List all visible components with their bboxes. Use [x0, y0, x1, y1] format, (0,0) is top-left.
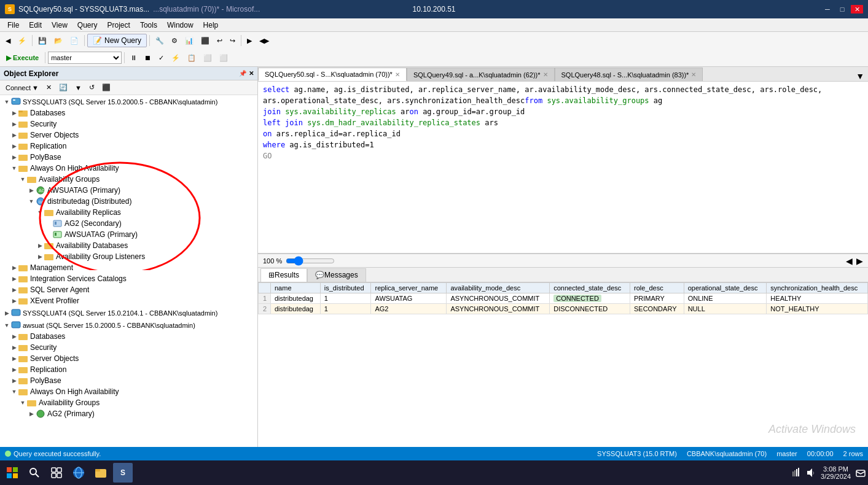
xevent-profiler-node[interactable]: ▶ XEvent Profiler [0, 295, 257, 306]
back-button[interactable]: ◀ [2, 34, 14, 47]
ie-taskbar-icon[interactable] [69, 463, 88, 483]
svg-line-40 [36, 474, 39, 477]
menu-file[interactable]: File [2, 20, 24, 31]
stop-btn[interactable]: ⏹ [141, 51, 154, 64]
menu-view[interactable]: View [47, 20, 72, 31]
results-tab[interactable]: ⊞ Results [260, 268, 307, 282]
filter-button[interactable]: ▼ [72, 81, 85, 95]
messages-tab[interactable]: 💬 Messages [307, 268, 366, 282]
management-node[interactable]: ▶ Management [0, 262, 257, 273]
format-btn-2[interactable]: ⬜ [216, 51, 231, 64]
svg-rect-8 [18, 166, 28, 172]
server-2[interactable]: ▶ SYSSQLUAT4 (SQL Server 15.0.2104.1 - C… [0, 308, 257, 319]
menu-window[interactable]: Window [162, 20, 198, 31]
forward-button[interactable]: ⚡ [15, 34, 29, 47]
tab-query49-close[interactable]: ✕ [543, 71, 548, 78]
toolbar-btn-4[interactable]: ⬛ [198, 34, 213, 47]
format-btn-1[interactable]: ⬜ [200, 51, 215, 64]
toolbar-btn-3[interactable]: 📊 [182, 34, 197, 47]
s3-always-on-node[interactable]: ▼ Always On High Availability [0, 386, 257, 397]
task-view-button[interactable] [47, 463, 66, 483]
search-button[interactable] [25, 463, 44, 483]
start-button[interactable] [2, 463, 22, 483]
close-button[interactable]: ✕ [851, 5, 863, 14]
execute-button[interactable]: ▶ Execute [2, 54, 42, 62]
server-1[interactable]: ▼ SYSSQLUAT3 (SQL Server 15.0.2000.5 - C… [0, 96, 257, 107]
toolbar-btn-5[interactable]: ↩ [214, 34, 225, 47]
minimize-button[interactable]: ─ [821, 5, 834, 14]
s3-replication-node[interactable]: ▶ Replication [0, 364, 257, 375]
file-explorer-icon [94, 466, 108, 479]
check-btn[interactable]: ✓ [155, 51, 167, 64]
ag2-primary-node[interactable]: ▶ AG2 (Primary) [0, 408, 257, 419]
tab-query48[interactable]: SQLQuery48.sql - S...K\sqluatadmin (83))… [555, 68, 703, 81]
toolbar-btn-7[interactable]: ▶ [244, 34, 255, 47]
ssms-taskbar-icon[interactable]: S [113, 463, 133, 483]
refresh-all-button[interactable]: ↺ [86, 81, 98, 95]
s3-security-node[interactable]: ▶ Security [0, 342, 257, 353]
tab-query49-label: SQLQuery49.sql - a...K\sqluatadmin (62))… [413, 71, 541, 79]
avail-databases-node[interactable]: ▶ Availability Databases [0, 240, 257, 251]
availability-groups-node[interactable]: ▼ Availability Groups [0, 174, 257, 185]
menu-help[interactable]: Help [198, 20, 224, 31]
menu-tools[interactable]: Tools [135, 20, 162, 31]
connect-button[interactable]: Connect ▼ [2, 81, 42, 95]
toolbar-btn-8[interactable]: ◀▶ [256, 34, 272, 47]
refresh-button[interactable]: 🔄 [56, 81, 71, 95]
polybase-label: PolyBase [30, 153, 61, 161]
awsuatag-primary-node[interactable]: ▶ AWSUATAG (Primary) [0, 229, 257, 240]
security-node[interactable]: ▶ Security [0, 118, 257, 130]
menu-bar: File Edit View Query Project Tools Windo… [0, 18, 868, 32]
awsuatag-node[interactable]: ▶ AG AWSUATAG (Primary) [0, 185, 257, 196]
maximize-button[interactable]: □ [836, 5, 848, 14]
disconnect-button[interactable]: ✕ [43, 81, 55, 95]
s3-polybase-node[interactable]: ▶ PolyBase [0, 375, 257, 386]
debug-btn[interactable]: ⏸ [127, 51, 140, 64]
separator-3 [149, 35, 150, 46]
toolbar-btn-2[interactable]: ⚙ [168, 34, 181, 47]
parse-btn[interactable]: ⚡ [168, 51, 183, 64]
scroll-left-btn[interactable]: ◀ [846, 256, 853, 266]
server-objects-node[interactable]: ▶ Server Objects [0, 130, 257, 141]
menu-edit[interactable]: Edit [24, 20, 47, 31]
always-on-node[interactable]: ▼ Always On High Availability [0, 163, 257, 174]
replication-node[interactable]: ▶ Replication [0, 141, 257, 152]
new-button[interactable]: 📄 [67, 34, 82, 47]
polybase-node[interactable]: ▶ PolyBase [0, 152, 257, 163]
avail-listeners-node[interactable]: ▶ Availability Group Listeners [0, 251, 257, 262]
databases-node[interactable]: ▶ Databases [0, 107, 257, 118]
database-select[interactable]: master [48, 52, 122, 64]
close-icon[interactable]: ✕ [249, 70, 254, 77]
menu-query[interactable]: Query [72, 20, 103, 31]
menu-project[interactable]: Project [103, 20, 135, 31]
server-3[interactable]: ▼ awsuat (SQL Server 15.0.2000.5 - CBBAN… [0, 320, 257, 331]
results-table-wrap[interactable]: name is_distributed replica_server_name … [258, 282, 868, 439]
tab-query48-close[interactable]: ✕ [691, 71, 696, 78]
open-button[interactable]: 📂 [51, 34, 66, 47]
scroll-right-btn[interactable]: ▶ [856, 256, 863, 266]
avail-replicas-node[interactable]: ▼ Availability Replicas [0, 207, 257, 218]
results-btn[interactable]: 📋 [184, 51, 199, 64]
s3-avail-groups-node[interactable]: ▼ Availability Groups [0, 397, 257, 408]
toolbar-btn-6[interactable]: ↪ [227, 34, 238, 47]
new-query-icon: 📝 [93, 36, 102, 45]
save-button[interactable]: 💾 [35, 34, 50, 47]
is-catalogs-node[interactable]: ▶ Integration Services Catalogs [0, 273, 257, 284]
svg-rect-25 [12, 309, 20, 316]
tab-query50[interactable]: SQLQuery50.sql - S...K\sqluatadmin (70))… [258, 68, 407, 81]
notification-icon[interactable] [856, 468, 866, 478]
sql-code-editor[interactable]: select ag.name, ag.is_distributed, ar.re… [258, 82, 868, 254]
tab-query49[interactable]: SQLQuery49.sql - a...K\sqluatadmin (62))… [407, 68, 555, 81]
tab-scroll-right[interactable]: ▼ [852, 71, 868, 81]
ag2-secondary-node[interactable]: ▶ AG2 (Secondary) [0, 218, 257, 229]
distributedag-node[interactable]: ▼ DAG distributedag (Distributed) [0, 196, 257, 207]
tab-query50-close[interactable]: ✕ [395, 71, 400, 78]
sql-agent-node[interactable]: ▶ SQL Server Agent [0, 284, 257, 295]
collapse-button[interactable]: ⬛ [99, 81, 114, 95]
toolbar-btn-1[interactable]: 🔧 [152, 34, 167, 47]
new-query-button[interactable]: 📝 New Query [87, 34, 147, 47]
zoom-slider[interactable] [286, 256, 335, 266]
file-explorer-taskbar-icon[interactable] [91, 463, 111, 483]
s3-databases-node[interactable]: ▶ Databases [0, 331, 257, 342]
s3-server-objects-node[interactable]: ▶ Server Objects [0, 353, 257, 364]
